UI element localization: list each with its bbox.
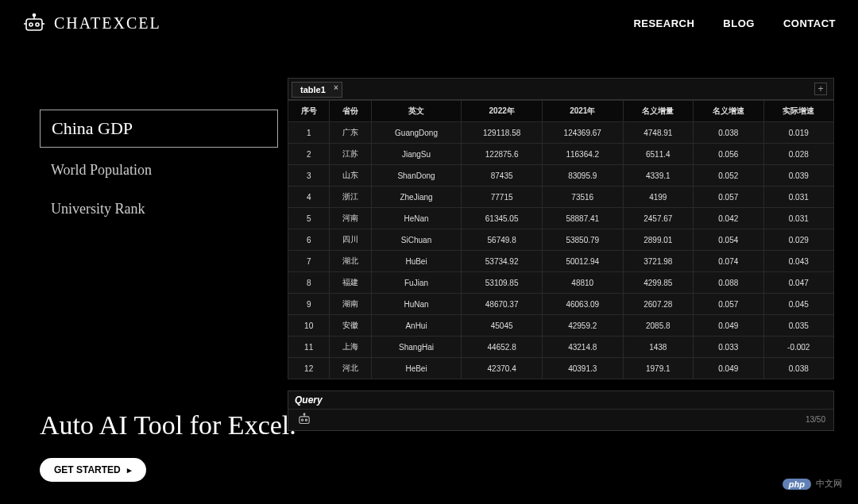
table-cell: 0.031 [763, 208, 834, 229]
logo[interactable]: CHATEXCEL [22, 13, 161, 33]
robot-icon [22, 13, 46, 33]
table-cell: 4748.91 [623, 122, 693, 144]
table-cell: 10 [288, 315, 330, 337]
table-body: 1广东GuangDong129118.58124369.674748.910.0… [288, 122, 834, 379]
table-cell: 58887.41 [542, 208, 623, 229]
table-cell: 2085.8 [623, 315, 693, 337]
sidebar-item-world-population[interactable]: World Population [40, 154, 278, 187]
sidebar-item-university-rank[interactable]: University Rank [40, 193, 278, 225]
query-input[interactable]: 13/50 [288, 410, 833, 430]
table-cell: 2899.01 [623, 229, 693, 251]
table-cell: 0.047 [763, 272, 834, 294]
table-cell: 83095.9 [542, 165, 623, 187]
nav-blog[interactable]: BLOG [723, 17, 755, 29]
table-cell: 8 [288, 272, 330, 294]
table-cell: 46063.09 [542, 294, 623, 315]
table-cell: ShangHai [371, 337, 462, 358]
table-row[interactable]: 10安徽AnHui4504542959.22085.80.0490.035 [288, 315, 834, 337]
column-header[interactable]: 名义增量 [623, 101, 693, 122]
column-header[interactable]: 实际增速 [763, 101, 834, 122]
table-row[interactable]: 3山东ShanDong8743583095.94339.10.0520.039 [288, 165, 834, 187]
table-cell: 0.088 [694, 272, 763, 294]
query-label: Query [288, 391, 833, 410]
table-cell: 河南 [330, 208, 371, 229]
table-cell: 0.057 [694, 294, 763, 315]
table-cell: 9 [288, 294, 330, 315]
table-cell: 浙江 [330, 187, 371, 208]
table-row[interactable]: 6四川SiChuan56749.853850.792899.010.0540.0… [288, 229, 834, 251]
header: CHATEXCEL RESEARCH BLOG CONTACT [0, 0, 858, 46]
table-cell: 0.057 [694, 187, 763, 208]
table-cell: 11 [288, 337, 330, 358]
table-cell: 44652.8 [462, 337, 543, 358]
column-header[interactable]: 序号 [288, 101, 330, 122]
table-cell: 53850.79 [542, 229, 623, 251]
column-header[interactable]: 2021年 [542, 101, 623, 122]
get-started-button[interactable]: GET STARTED ▸ [40, 458, 146, 482]
close-icon[interactable]: × [334, 83, 338, 92]
nav-research[interactable]: RESEARCH [633, 17, 694, 29]
brand-text: CHATEXCEL [54, 14, 161, 33]
table-cell: 3 [288, 165, 330, 187]
column-header[interactable]: 英文 [371, 101, 462, 122]
table-cell: 0.019 [763, 122, 834, 144]
svg-point-7 [303, 414, 305, 415]
add-tab-button[interactable]: + [814, 83, 827, 95]
table-cell: ZheJiang [371, 187, 462, 208]
table-cell: 0.049 [694, 315, 763, 337]
tab-table1[interactable]: table1 × [292, 82, 342, 98]
table-row[interactable]: 7湖北HuBei53734.9250012.943721.980.0740.04… [288, 251, 834, 272]
table-row[interactable]: 4浙江ZheJiang777157351641990.0570.031 [288, 187, 834, 208]
table-cell: HeNan [371, 208, 462, 229]
cta-label: GET STARTED [54, 464, 121, 475]
php-badge: php [783, 479, 811, 490]
table-cell: 0.028 [763, 144, 834, 165]
sidebar: China GDP World Population University Ra… [40, 78, 278, 431]
main-area: China GDP World Population University Ra… [0, 46, 858, 431]
table-row[interactable]: 8福建FuJian53109.85488104299.850.0880.047 [288, 272, 834, 294]
svg-point-0 [33, 14, 36, 17]
nav-contact[interactable]: CONTACT [783, 17, 836, 29]
table-cell: FuJian [371, 272, 462, 294]
content-panel: table1 × + 序号省份英文2022年2021年名义增量名义增速实际增速 … [288, 78, 858, 431]
table-cell: 0.042 [694, 208, 763, 229]
table-cell: -0.002 [763, 337, 834, 358]
table-cell: 73516 [542, 187, 623, 208]
table-cell: 3721.98 [623, 251, 693, 272]
table-header: 序号省份英文2022年2021年名义增量名义增速实际增速 [288, 101, 834, 122]
table-cell: 0.054 [694, 229, 763, 251]
table-row[interactable]: 1广东GuangDong129118.58124369.674748.910.0… [288, 122, 834, 144]
table-cell: 4 [288, 187, 330, 208]
arrow-right-icon: ▸ [127, 465, 132, 475]
table-cell: 53734.92 [462, 251, 543, 272]
table-cell: 61345.05 [462, 208, 543, 229]
query-box: Query 13/50 [288, 391, 834, 431]
tagline: Auto AI Tool for Excel. [40, 410, 296, 441]
sidebar-item-china-gdp[interactable]: China GDP [40, 110, 278, 148]
table-cell: 42959.2 [542, 315, 623, 337]
table-cell: 87435 [462, 165, 543, 187]
table-cell: 广东 [330, 122, 371, 144]
table-cell: 2457.67 [623, 208, 693, 229]
column-header[interactable]: 省份 [330, 101, 371, 122]
table-cell: 50012.94 [542, 251, 623, 272]
table-cell: 湖南 [330, 294, 371, 315]
table-cell: 四川 [330, 229, 371, 251]
table-row[interactable]: 11上海ShangHai44652.843214.814380.033-0.00… [288, 337, 834, 358]
table-cell: 湖北 [330, 251, 371, 272]
column-header[interactable]: 2022年 [462, 101, 543, 122]
table-cell: 0.049 [694, 358, 763, 379]
table-cell: 0.039 [763, 165, 834, 187]
column-header[interactable]: 名义增速 [694, 101, 763, 122]
sidebar-item-label: China GDP [52, 118, 133, 138]
table-cell: JiangSu [371, 144, 462, 165]
table-row[interactable]: 5河南HeNan61345.0558887.412457.670.0420.03… [288, 208, 834, 229]
table-cell: 0.074 [694, 251, 763, 272]
table-cell: 4299.85 [623, 272, 693, 294]
table-cell: 山东 [330, 165, 371, 187]
table-row[interactable]: 12河北HeBei42370.440391.31979.10.0490.038 [288, 358, 834, 379]
table-cell: 77715 [462, 187, 543, 208]
table-row[interactable]: 2江苏JiangSu122875.6116364.26511.40.0560.0… [288, 144, 834, 165]
table-row[interactable]: 9湖南HuNan48670.3746063.092607.280.0570.04… [288, 294, 834, 315]
table-cell: 1438 [623, 337, 693, 358]
